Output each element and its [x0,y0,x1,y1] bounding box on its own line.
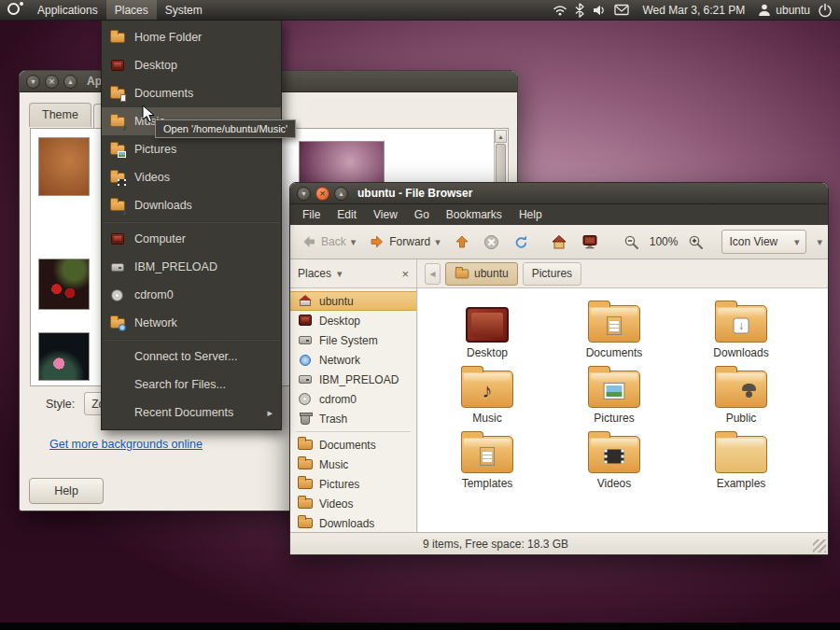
sidebar-item-trash[interactable]: Trash [290,409,416,428]
close-sidebar-icon[interactable] [401,267,409,281]
breadcrumb-pictures[interactable]: Pictures [523,262,581,286]
wallpaper-thumbnail-copper[interactable] [38,137,90,196]
sidebar-item-music[interactable]: Music [290,455,416,474]
sidebar-item-network[interactable]: Network [290,350,416,370]
bluetooth-icon[interactable] [575,3,584,18]
menu-applications[interactable]: Applications [29,0,106,20]
tab-theme[interactable]: Theme [29,103,91,127]
home-button[interactable] [545,231,573,253]
menu-item-label: Computer [134,232,186,245]
places-menu-item-ibm-preload[interactable]: IBM_PRELOAD [102,253,281,281]
menu-file[interactable]: File [294,205,329,224]
toolbar-overflow-icon[interactable] [817,235,822,248]
sidebar-item-documents[interactable]: Documents [290,435,416,455]
sidebar-mode-select[interactable]: Places [290,259,417,288]
trash-icon [298,411,314,427]
stop-button[interactable] [478,231,505,254]
sidebar-item-desktop[interactable]: Desktop [290,311,416,330]
sidebar-item-label: Downloads [319,517,374,530]
computer-button[interactable] [576,231,604,253]
help-button[interactable]: Help [29,478,104,504]
scroll-up-icon[interactable] [495,130,507,143]
file-item-videos[interactable]: Videos [551,430,678,496]
location-row: Places ubuntu Pictures [290,259,828,288]
sidebar-item-label: Documents [319,439,376,452]
places-menu-item-downloads[interactable]: Downloads [102,191,281,219]
get-more-backgrounds-link[interactable]: Get more backgrounds online [49,438,203,451]
sidebar-item-videos[interactable]: Videos [290,494,416,513]
mail-icon[interactable] [614,4,629,16]
places-menu-item-recent-documents[interactable]: Recent Documents [102,399,281,427]
sidebar-item-label: ubuntu [319,295,354,308]
file-item-downloads[interactable]: ↓ Downloads [678,300,805,365]
folder-documents-icon [110,86,126,102]
menu-edit[interactable]: Edit [329,205,365,224]
file-icon-view: Desktop Documents ↓ Downloads ♪ Music Pi… [418,288,828,532]
power-icon[interactable] [818,3,833,18]
file-browser-titlebar[interactable]: ubuntu - File Browser [290,183,828,204]
file-item-templates[interactable]: Templates [424,430,551,496]
zoom-in-button[interactable] [682,231,709,254]
places-menu-item-connect-to-server[interactable]: Connect to Server... [102,343,281,371]
resize-grip[interactable] [813,539,826,553]
sidebar-item-downloads[interactable]: Downloads [290,513,416,532]
file-item-examples[interactable]: Examples [678,430,805,496]
places-menu-item-network[interactable]: Network [102,309,281,337]
home-icon [298,293,314,309]
view-mode-value: Icon View [729,235,777,248]
places-menu: Home Folder Desktop Documents Music Pict… [101,21,282,430]
wallpaper-thumbnail-lotus[interactable] [38,332,90,381]
places-menu-item-cdrom0[interactable]: cdrom0 [102,281,281,309]
zoom-out-button[interactable] [618,231,645,254]
forward-button[interactable]: Forward [364,231,446,253]
menu-go[interactable]: Go [406,205,438,224]
file-item-public[interactable]: Public [678,365,805,430]
clock[interactable]: Wed Mar 3, 6:21 PM [642,4,745,17]
menu-help[interactable]: Help [511,205,551,224]
refresh-button[interactable] [508,231,535,254]
breadcrumb-scroll-left-button[interactable] [425,263,441,285]
file-item-pictures[interactable]: Pictures [551,365,678,430]
file-item-music[interactable]: ♪ Music [424,365,551,430]
places-menu-item-pictures[interactable]: Pictures [102,135,281,163]
places-menu-item-home-folder[interactable]: Home Folder [102,23,281,51]
minimize-button[interactable] [26,75,40,89]
places-menu-item-documents[interactable]: Documents [102,79,281,107]
sidebar-item-ibm-preload[interactable]: IBM_PRELOAD [290,370,416,389]
places-menu-item-videos[interactable]: Videos [102,163,281,191]
sidebar-item-ubuntu[interactable]: ubuntu [290,291,416,311]
close-button[interactable] [315,187,329,201]
maximize-button[interactable] [334,187,348,201]
wifi-icon[interactable] [553,3,567,18]
file-item-desktop[interactable]: Desktop [424,300,551,365]
places-menu-item-search-for-files[interactable]: Search for Files... [102,371,281,399]
menu-item-label: Network [134,316,177,329]
up-button[interactable] [449,231,475,253]
breadcrumb-label: ubuntu [474,267,509,280]
status-bar: 9 items, Free space: 18.3 GB [290,532,828,554]
ubuntu-logo[interactable] [6,1,24,20]
back-button[interactable]: Back [296,231,361,253]
minimize-button[interactable] [297,187,311,201]
menu-system[interactable]: System [157,0,211,20]
sidebar-item-pictures[interactable]: Pictures [290,474,416,494]
places-menu-item-desktop[interactable]: Desktop [102,51,281,79]
breadcrumb-ubuntu[interactable]: ubuntu [445,262,518,286]
wallpaper-thumbnail-cherries[interactable] [38,259,90,310]
menu-view[interactable]: View [365,205,406,224]
sidebar-item-file-system[interactable]: File System [290,330,416,350]
menu-separator [103,339,280,341]
menu-places[interactable]: Places [106,0,157,20]
sidebar-item-cdrom0[interactable]: cdrom0 [290,389,416,409]
disc-icon [110,287,126,303]
volume-icon[interactable] [592,3,607,18]
file-item-documents[interactable]: Documents [551,300,678,365]
close-button[interactable] [45,75,59,89]
sidebar-item-label: Music [319,458,348,471]
view-mode-select[interactable]: Icon View [721,230,806,254]
user-menu[interactable]: ubuntu [758,3,810,17]
places-menu-item-computer[interactable]: Computer [102,225,281,253]
menu-bookmarks[interactable]: Bookmarks [438,205,511,224]
maximize-button[interactable] [63,75,77,89]
sidebar-item-label: Videos [319,497,353,511]
